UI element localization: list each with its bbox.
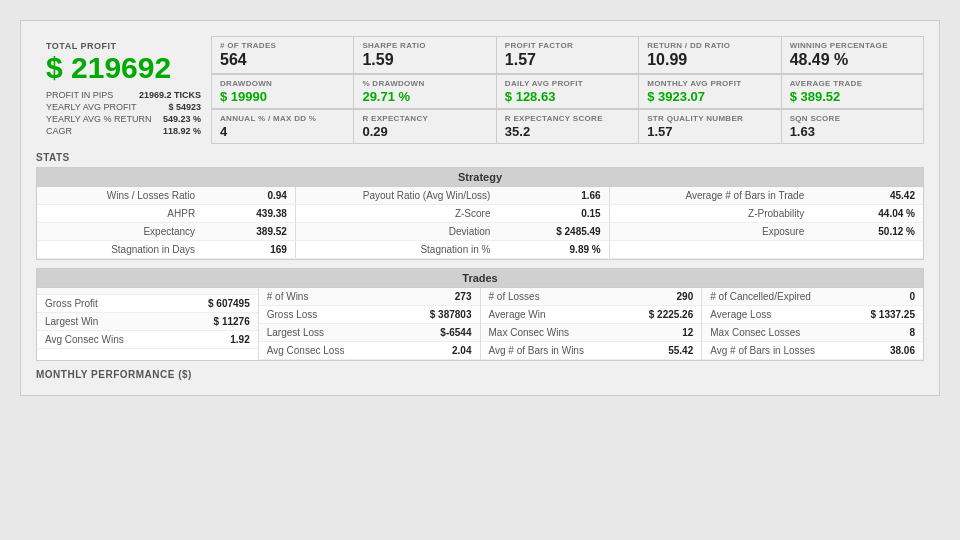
sub-val-0: 21969.2 TICKS bbox=[139, 90, 201, 100]
metric-label-r3-c2: R EXPECTANCY bbox=[362, 114, 487, 123]
trades-col-left: Gross Profit$ 607495Largest Win$ 11276Av… bbox=[37, 288, 259, 360]
trades-row-col3: Max Consec Losses8 bbox=[702, 324, 923, 342]
trades-col1top: # of Wins273Gross Loss$ 387803Largest Lo… bbox=[259, 288, 481, 360]
strategy-label-3 bbox=[609, 241, 812, 259]
metric-label-r1-c2: SHARPE RATIO bbox=[362, 41, 487, 50]
strategy-value-3: 50.12 % bbox=[812, 223, 923, 241]
metric-value-r2-c4: $ 3923.07 bbox=[647, 89, 772, 104]
metrics-grid: # OF TRADES564SHARPE RATIO1.59PROFIT FAC… bbox=[211, 36, 924, 144]
metrics-row-3: ANNUAL % / MAX DD %4R EXPECTANCY0.29R EX… bbox=[211, 109, 924, 144]
trades-row-col1top: Gross Loss$ 387803 bbox=[259, 306, 480, 324]
trades-row-col1top: Avg Consec Loss2.04 bbox=[259, 342, 480, 360]
strategy-value-2: 0.15 bbox=[498, 205, 609, 223]
metric-cell-r1-c1: # OF TRADES564 bbox=[211, 36, 354, 73]
strategy-label-1: Expectancy bbox=[37, 223, 203, 241]
total-profit-box: TOTAL PROFIT $ 219692 PROFIT IN PIPS 219… bbox=[36, 36, 211, 144]
strategy-row: Stagnation in Days169Stagnation in %9.89… bbox=[37, 241, 923, 259]
sub-val-2: 549.23 % bbox=[163, 114, 201, 124]
strategy-value-1: 0.94 bbox=[203, 187, 295, 205]
metric-value-r3-c2: 0.29 bbox=[362, 124, 487, 139]
metric-cell-r3-c3: R EXPECTANCY SCORE35.2 bbox=[497, 109, 639, 143]
metric-value-r2-c5: $ 389.52 bbox=[790, 89, 915, 104]
sub-label-2: YEARLY AVG % RETURN bbox=[46, 114, 152, 124]
metric-cell-r2-c4: MONTHLY AVG PROFIT$ 3923.07 bbox=[639, 74, 781, 108]
metric-cell-r2-c5: AVERAGE TRADE$ 389.52 bbox=[782, 74, 924, 108]
trades-row-col2: Avg # of Bars in Wins55.42 bbox=[481, 342, 702, 360]
strategy-table: Wins / Losses Ratio0.94Payout Ratio (Avg… bbox=[37, 187, 923, 259]
metric-cell-r3-c5: SQN SCORE1.63 bbox=[782, 109, 924, 143]
total-profit-label: TOTAL PROFIT bbox=[46, 41, 201, 51]
strategy-value-1: 169 bbox=[203, 241, 295, 259]
sub-val-3: 118.92 % bbox=[163, 126, 201, 136]
sub-row-3: CAGR 118.92 % bbox=[46, 126, 201, 136]
metric-cell-r1-c4: RETURN / DD RATIO10.99 bbox=[639, 36, 781, 73]
sub-label-3: CAGR bbox=[46, 126, 72, 136]
strategy-value-2: 9.89 % bbox=[498, 241, 609, 259]
trades-col2: # of Losses290Average Win$ 2225.26Max Co… bbox=[481, 288, 703, 360]
metric-value-r3-c4: 1.57 bbox=[647, 124, 772, 139]
metric-value-r1-c5: 48.49 % bbox=[790, 51, 915, 69]
main-container: TOTAL PROFIT $ 219692 PROFIT IN PIPS 219… bbox=[20, 20, 940, 396]
metric-cell-r3-c1: ANNUAL % / MAX DD %4 bbox=[211, 109, 354, 143]
trades-row-col3: Average Loss$ 1337.25 bbox=[702, 306, 923, 324]
metric-label-r2-c2: % DRAWDOWN bbox=[362, 79, 487, 88]
sub-label-0: PROFIT IN PIPS bbox=[46, 90, 113, 100]
sub-row-1: YEARLY AVG PROFIT $ 54923 bbox=[46, 102, 201, 112]
strategy-value-2: $ 2485.49 bbox=[498, 223, 609, 241]
metric-cell-r2-c2: % DRAWDOWN29.71 % bbox=[354, 74, 496, 108]
trades-row-left: Avg Consec Wins1.92 bbox=[37, 331, 258, 349]
metric-cell-r3-c2: R EXPECTANCY0.29 bbox=[354, 109, 496, 143]
metric-value-r2-c2: 29.71 % bbox=[362, 89, 487, 104]
metric-value-r1-c1: 564 bbox=[220, 51, 345, 69]
strategy-value-2: 1.66 bbox=[498, 187, 609, 205]
total-profit-sub: PROFIT IN PIPS 21969.2 TICKS YEARLY AVG … bbox=[46, 90, 201, 136]
metric-cell-r1-c5: WINNING PERCENTAGE48.49 % bbox=[782, 36, 924, 73]
strategy-label-1: Stagnation in Days bbox=[37, 241, 203, 259]
metric-cell-r1-c3: PROFIT FACTOR1.57 bbox=[497, 36, 639, 73]
strategy-label-3: Z-Probability bbox=[609, 205, 812, 223]
trades-cols: Gross Profit$ 607495Largest Win$ 11276Av… bbox=[37, 288, 923, 360]
strategy-value-3: 44.04 % bbox=[812, 205, 923, 223]
strategy-value-3: 45.42 bbox=[812, 187, 923, 205]
stats-label: STATS bbox=[36, 152, 924, 163]
metric-value-r3-c5: 1.63 bbox=[790, 124, 915, 139]
strategy-label-2: Payout Ratio (Avg Win/Loss) bbox=[295, 187, 498, 205]
strategy-row: Wins / Losses Ratio0.94Payout Ratio (Avg… bbox=[37, 187, 923, 205]
trades-row-left: Gross Profit$ 607495 bbox=[37, 295, 258, 313]
trades-row-col3: Avg # of Bars in Losses38.06 bbox=[702, 342, 923, 360]
metric-label-r2-c3: DAILY AVG PROFIT bbox=[505, 79, 630, 88]
trades-row-col2: Max Consec Wins12 bbox=[481, 324, 702, 342]
strategy-label-1: Wins / Losses Ratio bbox=[37, 187, 203, 205]
strategy-label-2: Deviation bbox=[295, 223, 498, 241]
strategy-header: Strategy bbox=[37, 168, 923, 187]
sub-row-2: YEARLY AVG % RETURN 549.23 % bbox=[46, 114, 201, 124]
metric-label-r2-c1: DRAWDOWN bbox=[220, 79, 345, 88]
strategy-label-3: Average # of Bars in Trade bbox=[609, 187, 812, 205]
strategy-section: Strategy Wins / Losses Ratio0.94Payout R… bbox=[36, 167, 924, 260]
monthly-label: MONTHLY PERFORMANCE ($) bbox=[36, 369, 924, 380]
trades-row-col3: # of Cancelled/Expired0 bbox=[702, 288, 923, 306]
trades-row-col2: # of Losses290 bbox=[481, 288, 702, 306]
metric-label-r3-c5: SQN SCORE bbox=[790, 114, 915, 123]
metric-cell-r2-c1: DRAWDOWN$ 19990 bbox=[211, 74, 354, 108]
strategy-value-1: 439.38 bbox=[203, 205, 295, 223]
trades-header: Trades bbox=[37, 269, 923, 288]
strategy-row: Expectancy389.52Deviation$ 2485.49Exposu… bbox=[37, 223, 923, 241]
metric-cell-r3-c4: STR QUALITY NUMBER1.57 bbox=[639, 109, 781, 143]
trades-col3: # of Cancelled/Expired0Average Loss$ 133… bbox=[702, 288, 923, 360]
trades-row-col1top: Largest Loss$-6544 bbox=[259, 324, 480, 342]
sub-label-1: YEARLY AVG PROFIT bbox=[46, 102, 137, 112]
sub-val-1: $ 54923 bbox=[168, 102, 201, 112]
metric-cell-r1-c2: SHARPE RATIO1.59 bbox=[354, 36, 496, 73]
strategy-value-1: 389.52 bbox=[203, 223, 295, 241]
metric-label-r1-c3: PROFIT FACTOR bbox=[505, 41, 630, 50]
metric-value-r3-c3: 35.2 bbox=[505, 124, 630, 139]
metric-value-r1-c4: 10.99 bbox=[647, 51, 772, 69]
metric-value-r1-c3: 1.57 bbox=[505, 51, 630, 69]
metric-value-r2-c3: $ 128.63 bbox=[505, 89, 630, 104]
metric-value-r2-c1: $ 19990 bbox=[220, 89, 345, 104]
trades-row-col1top: # of Wins273 bbox=[259, 288, 480, 306]
metric-label-r3-c3: R EXPECTANCY SCORE bbox=[505, 114, 630, 123]
strategy-row: AHPR439.38Z-Score0.15Z-Probability44.04 … bbox=[37, 205, 923, 223]
metric-label-r3-c4: STR QUALITY NUMBER bbox=[647, 114, 772, 123]
